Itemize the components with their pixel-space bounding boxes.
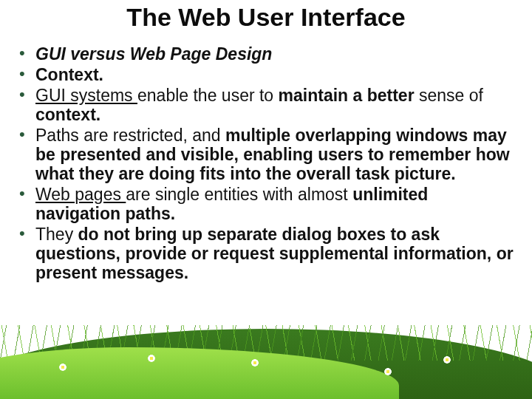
bullet-item: Web pages are single entities with almos… [16,185,516,223]
bullet-item: GUI systems enable the user to maintain … [16,86,516,124]
text-run: . [171,204,175,223]
grass-decoration [0,318,532,399]
bullet-item: They do not bring up separate dialog box… [16,225,516,282]
slide: The Web User Interface GUI versus Web Pa… [0,0,532,399]
bullet-list: GUI versus Web Page DesignContext.GUI sy… [16,44,516,282]
text-run: context. [35,105,100,124]
text-run: GUI systems [35,86,137,105]
bullet-item: Context. [16,65,516,84]
text-run: maintain a better [279,86,419,105]
slide-title: The Web User Interface [0,3,532,32]
text-run: Paths are restricted, and [35,126,225,145]
text-run: GUI versus Web Page Design [35,44,272,64]
text-run: are single entities with almost [126,185,352,204]
text-run: do not bring up separate dialog boxes to… [35,225,514,282]
text-run: Web pages [35,185,126,204]
text-run: enable the user to [137,86,279,105]
text-run: Context. [35,65,103,84]
text-run: They [35,225,78,244]
text-run: sense of [419,86,483,105]
bullet-item: Paths are restricted, and multiple overl… [16,126,516,183]
bullet-item: GUI versus Web Page Design [16,44,516,64]
text-run: . [451,164,455,183]
slide-body: GUI versus Web Page DesignContext.GUI sy… [16,44,516,284]
